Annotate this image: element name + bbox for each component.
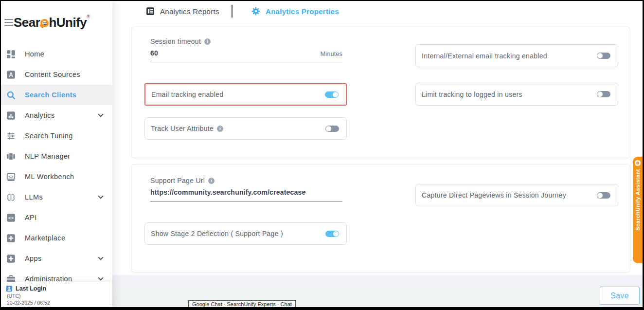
assistant-logo-icon (635, 160, 641, 166)
chevron-down-icon (98, 275, 103, 280)
chevron-down-icon (98, 255, 103, 260)
support-page-url-input[interactable] (150, 188, 340, 196)
show-stage2-deflection-label: Show Stage 2 Deflection ( Support Page ) (151, 230, 283, 237)
support-page-url-field (150, 188, 342, 201)
brand-logo-post: hUnify (49, 15, 87, 30)
assistant-side-tab-label: SearchUnify Assistant (635, 169, 641, 231)
assistant-side-tab[interactable]: SearchUnify Assistant (633, 157, 643, 263)
save-button[interactable]: Save (600, 287, 640, 305)
chevron-down-icon (98, 193, 103, 199)
sidebar-item-apps[interactable]: Apps (1, 248, 112, 269)
sidebar-item-search-tuning[interactable]: Search Tuning (1, 126, 112, 146)
capture-direct-pageviews-label: Capture Direct Pageviews in Session Jour… (422, 191, 566, 199)
last-login-panel: Last Login (UTC) 20-02-2025 / 06:52 (1, 282, 112, 307)
content-sources-icon: A (6, 70, 16, 79)
tab-analytics-properties-label: Analytics Properties (266, 7, 339, 16)
limit-tracking-label: Limit tracking to logged in users (422, 91, 522, 98)
sidebar-item-home[interactable]: Home (1, 44, 112, 64)
svg-text:<>: <> (8, 215, 14, 220)
email-tracking-box: Email tracking enabled (144, 83, 347, 106)
limit-tracking-box: Limit tracking to logged in users (415, 83, 618, 106)
support-page-panel: Support Page Url i Show Stage 2 Deflecti… (131, 164, 630, 273)
email-tracking-label: Email tracking enabled (151, 91, 223, 98)
session-timeout-unit: Minutes (320, 50, 342, 57)
internal-external-tracking-toggle[interactable] (597, 53, 610, 59)
ml-workbench-icon: <> (6, 172, 16, 182)
show-stage2-deflection-toggle[interactable] (325, 231, 339, 237)
info-icon[interactable]: i (204, 38, 211, 45)
tab-analytics-reports[interactable]: Analytics Reports (146, 4, 219, 18)
sidebar-item-api[interactable]: <> API (1, 207, 112, 228)
main-content: Analytics Reports (112, 1, 643, 307)
svg-text:A: A (9, 72, 13, 78)
svg-text:<>: <> (9, 174, 14, 179)
sidebar-item-ml-workbench[interactable]: <> ML Workbench (1, 166, 112, 187)
chevron-down-icon (98, 111, 103, 117)
session-timeout-input[interactable] (150, 49, 296, 57)
api-icon: <> (6, 213, 16, 222)
last-login-timezone: (UTC) (7, 293, 107, 299)
hamburger-menu-icon[interactable] (4, 19, 13, 28)
sidebar: SearhUnify® Home A Content Sources Searc… (1, 1, 112, 307)
brand-logo-pre: Sear (14, 15, 40, 30)
email-tracking-toggle[interactable] (325, 91, 339, 98)
track-user-attribute-toggle[interactable] (325, 126, 339, 132)
limit-tracking-toggle[interactable] (597, 91, 610, 97)
sidebar-item-content-sources[interactable]: A Content Sources (1, 64, 112, 85)
app-page: SearhUnify® Home A Content Sources Searc… (1, 1, 643, 307)
sidebar-item-search-clients[interactable]: Search Clients (1, 85, 112, 105)
tab-separator (232, 5, 233, 18)
magnifier-logo-icon (40, 19, 49, 27)
sidebar-item-marketplace[interactable]: Marketplace (1, 228, 112, 248)
brand-logo[interactable]: SearhUnify® (14, 14, 89, 30)
track-user-attribute-label: Track User Attribute i (151, 125, 223, 132)
window-frame: SearhUnify® Home A Content Sources Searc… (0, 0, 644, 310)
internal-external-tracking-box: Internal/External email tracking enabled (415, 44, 618, 67)
gear-icon (251, 7, 260, 16)
tab-bar: Analytics Reports (112, 4, 643, 18)
apps-icon (6, 254, 16, 263)
user-badge-icon (6, 285, 13, 292)
show-stage2-deflection-box: Show Stage 2 Deflection ( Support Page ) (144, 222, 347, 245)
internal-external-tracking-label: Internal/External email tracking enabled (422, 52, 547, 60)
session-timeout-field: Minutes (150, 49, 342, 62)
search-clients-icon (6, 91, 16, 100)
session-settings-panel: Session timeout i Minutes Email tracking… (131, 27, 630, 158)
info-icon[interactable]: i (217, 126, 223, 132)
llms-icon (6, 193, 16, 202)
capture-direct-pageviews-box: Capture Direct Pageviews in Session Jour… (415, 184, 618, 206)
registered-mark: ® (87, 14, 89, 19)
nlp-manager-icon (6, 152, 16, 161)
sidebar-nav: Home A Content Sources Search Clients An… (1, 44, 112, 289)
home-icon (6, 50, 16, 59)
track-user-attribute-box: Track User Attribute i (144, 117, 347, 140)
sidebar-item-nlp-manager[interactable]: NLP Manager (1, 146, 112, 166)
search-tuning-icon (6, 131, 16, 141)
reports-grid-icon (146, 7, 155, 16)
last-login-datetime: 20-02-2025 / 06:52 (7, 300, 107, 306)
tab-analytics-properties[interactable]: Analytics Properties (251, 4, 339, 18)
browser-status-tooltip: Google Chat - SearchUnify Experts - Chat (188, 300, 296, 307)
marketplace-icon (6, 234, 16, 243)
last-login-label: Last Login (16, 285, 46, 292)
tab-analytics-reports-label: Analytics Reports (160, 7, 219, 16)
capture-direct-pageviews-toggle[interactable] (597, 192, 610, 199)
sidebar-item-analytics[interactable]: Analytics (1, 105, 112, 126)
sidebar-item-llms[interactable]: LLMs (1, 187, 112, 207)
analytics-icon (6, 111, 16, 120)
info-icon[interactable]: i (208, 178, 215, 184)
session-timeout-label: Session timeout i (150, 37, 211, 45)
support-page-url-label: Support Page Url i (150, 177, 215, 184)
